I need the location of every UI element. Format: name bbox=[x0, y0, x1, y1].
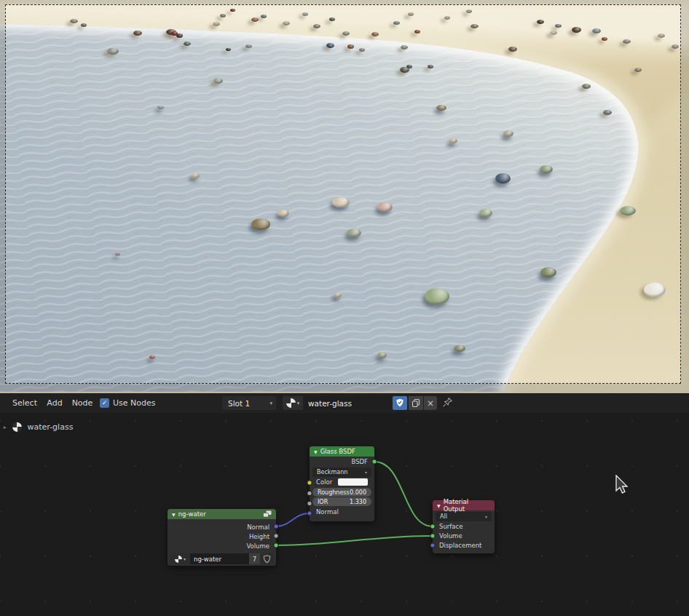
collapse-chevron-icon[interactable]: ▼ bbox=[437, 503, 441, 508]
shield-icon bbox=[263, 555, 271, 564]
new-material-button[interactable] bbox=[409, 396, 423, 410]
breadcrumb-material-name: water-glass bbox=[28, 422, 74, 432]
node-material-output[interactable]: ▼ Material Output All ▾ Surface Volume D… bbox=[433, 500, 495, 553]
node-editor[interactable]: ▸ water-glass ▼ Glass BSDF BSDF Beckmann… bbox=[0, 413, 689, 616]
socket-row-ng-height: Height bbox=[168, 532, 276, 541]
link-normal-normal[interactable] bbox=[276, 513, 309, 526]
material-name-field[interactable]: water-glass bbox=[304, 396, 392, 410]
node-glass-bsdf-header[interactable]: ▼ Glass BSDF bbox=[310, 446, 374, 457]
node-ng-water-header[interactable]: ▼ ng-water bbox=[168, 509, 276, 519]
socket-row-volume: Volume bbox=[433, 531, 495, 540]
node-material-output-header[interactable]: ▼ Material Output bbox=[433, 500, 495, 510]
link-volume-volume[interactable] bbox=[276, 536, 433, 545]
material-sphere-icon bbox=[12, 422, 22, 432]
users-count-badge[interactable]: 7 bbox=[249, 553, 260, 564]
collapse-chevron-icon[interactable]: ▼ bbox=[172, 512, 176, 517]
collapse-chevron-icon[interactable]: ▼ bbox=[314, 449, 318, 454]
color-swatch[interactable] bbox=[338, 478, 368, 486]
blender-window: Select Add Node ✓ Use Nodes Slot 1 ▾ ▾ w… bbox=[0, 0, 689, 616]
ior-field[interactable]: IOR 1.330 bbox=[312, 497, 371, 506]
nodegroup-browse-button[interactable]: ▾ bbox=[170, 553, 190, 564]
material-browse-button[interactable]: ▾ bbox=[283, 396, 303, 410]
breadcrumb-arrow-icon: ▸ bbox=[4, 425, 7, 430]
fake-user-button[interactable] bbox=[393, 396, 407, 410]
shader-editor-header: Select Add Node ✓ Use Nodes Slot 1 ▾ ▾ w… bbox=[0, 393, 689, 413]
material-sphere-icon bbox=[175, 556, 182, 563]
chevron-down-icon: ▾ bbox=[297, 400, 300, 406]
chevron-down-icon: ▾ bbox=[269, 400, 272, 406]
link-bsdf-surface[interactable] bbox=[374, 462, 433, 526]
chevron-down-icon: ▾ bbox=[184, 556, 186, 561]
chevron-down-icon: ▾ bbox=[485, 514, 487, 519]
node-title: Material Output bbox=[444, 498, 490, 513]
socket-row-surface: Surface bbox=[433, 521, 495, 531]
pin-icon bbox=[442, 397, 453, 408]
menu-node[interactable]: Node bbox=[70, 396, 95, 410]
node-glass-bsdf[interactable]: ▼ Glass BSDF BSDF Beckmann ▾ Color Rough… bbox=[310, 446, 374, 521]
pin-button[interactable] bbox=[442, 397, 453, 411]
socket-row-ng-normal: Normal bbox=[168, 522, 276, 532]
roughness-value: 0.000 bbox=[350, 489, 366, 496]
target-dropdown[interactable]: All ▾ bbox=[436, 512, 492, 521]
camera-border bbox=[5, 4, 681, 384]
copy-icon bbox=[412, 398, 420, 408]
nodegroup-datablock-row: ▾ ng-water 7 bbox=[170, 553, 273, 564]
socket-row-displacement: Displacement bbox=[433, 540, 495, 550]
shield-check-icon bbox=[395, 398, 404, 408]
slot-dropdown[interactable]: Slot 1 ▾ bbox=[222, 396, 276, 410]
use-nodes-label[interactable]: Use Nodes bbox=[113, 396, 156, 410]
slot-label: Slot 1 bbox=[228, 399, 250, 408]
mouse-cursor bbox=[615, 475, 629, 494]
menu-add[interactable]: Add bbox=[44, 396, 66, 410]
socket-row-color: Color bbox=[310, 477, 374, 487]
breadcrumb: ▸ water-glass bbox=[4, 422, 73, 432]
socket-row-ng-volume: Volume bbox=[168, 541, 276, 550]
render-viewport[interactable] bbox=[0, 0, 689, 393]
distribution-dropdown[interactable]: Beckmann ▾ bbox=[312, 467, 371, 477]
node-ng-water[interactable]: ▼ ng-water Normal Height Volume ▾ bbox=[168, 509, 276, 566]
roughness-field[interactable]: Roughness 0.000 bbox=[312, 488, 371, 497]
socket-row-bsdf-output: BSDF bbox=[310, 457, 374, 466]
node-group-icon bbox=[263, 510, 272, 518]
node-title: Glass BSDF bbox=[320, 448, 355, 455]
unlink-material-button[interactable]: × bbox=[424, 396, 437, 410]
chevron-down-icon: ▾ bbox=[365, 470, 367, 475]
use-nodes-checkbox[interactable]: ✓ bbox=[100, 398, 109, 408]
fake-user-toggle[interactable] bbox=[260, 553, 273, 564]
menu-select[interactable]: Select bbox=[10, 396, 39, 410]
ior-value: 1.330 bbox=[350, 499, 366, 505]
node-title: ng-water bbox=[178, 510, 206, 518]
material-sphere-icon bbox=[286, 398, 296, 408]
socket-row-normal: Normal bbox=[310, 507, 374, 516]
nodegroup-name-field[interactable]: ng-water bbox=[190, 553, 249, 564]
